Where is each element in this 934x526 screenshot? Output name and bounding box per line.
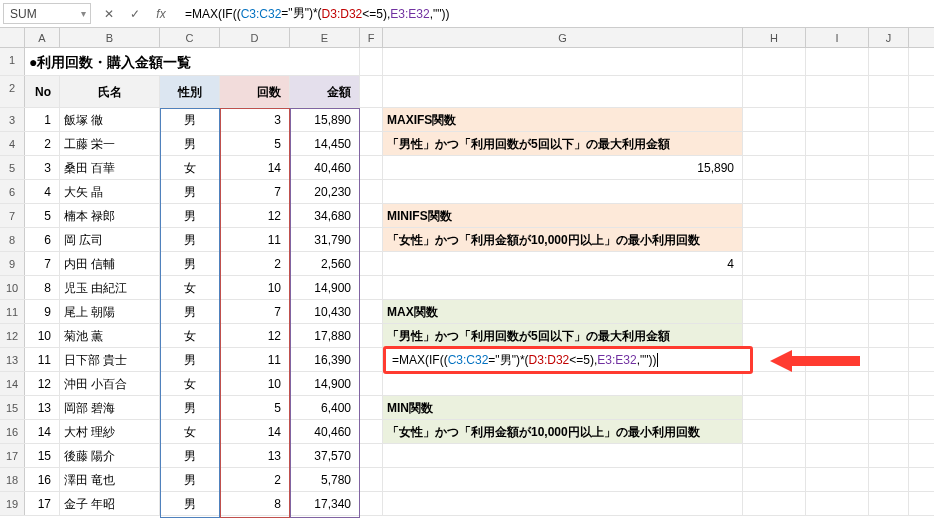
- cell[interactable]: [383, 76, 743, 107]
- cell[interactable]: 5: [25, 204, 60, 227]
- row-header[interactable]: 19: [0, 492, 25, 515]
- cell[interactable]: [383, 276, 743, 299]
- cell[interactable]: 岡 広司: [60, 228, 160, 251]
- cell[interactable]: [806, 492, 869, 515]
- cell[interactable]: [383, 468, 743, 491]
- cell[interactable]: [743, 492, 806, 515]
- cell[interactable]: [383, 444, 743, 467]
- cell[interactable]: [806, 180, 869, 203]
- cell-editor[interactable]: =MAX(IF((C3:C32="男")*(D3:D32<=5),E3:E32,…: [383, 346, 753, 374]
- name-box[interactable]: SUM ▾: [3, 3, 91, 24]
- cell[interactable]: MINIFS関数: [383, 204, 743, 227]
- cell[interactable]: 男: [160, 132, 220, 155]
- cell[interactable]: 女: [160, 324, 220, 347]
- cell[interactable]: 男: [160, 492, 220, 515]
- cell[interactable]: 工藤 栄一: [60, 132, 160, 155]
- cell[interactable]: [806, 108, 869, 131]
- cell[interactable]: 10: [220, 276, 290, 299]
- cell[interactable]: [869, 276, 909, 299]
- spreadsheet-grid[interactable]: A B C D E F G H I J 1●利用回数・購入金額一覧2No氏名性別…: [0, 28, 934, 526]
- cell[interactable]: 13: [220, 444, 290, 467]
- cell[interactable]: 13: [25, 396, 60, 419]
- cell[interactable]: [360, 348, 383, 371]
- cell[interactable]: 氏名: [60, 76, 160, 107]
- cell[interactable]: [743, 108, 806, 131]
- cell[interactable]: [869, 180, 909, 203]
- cell[interactable]: [806, 396, 869, 419]
- cell[interactable]: 大村 理紗: [60, 420, 160, 443]
- cell[interactable]: 男: [160, 228, 220, 251]
- cell[interactable]: [743, 180, 806, 203]
- cell[interactable]: [360, 132, 383, 155]
- cell[interactable]: [743, 48, 806, 75]
- cell[interactable]: 飯塚 徹: [60, 108, 160, 131]
- cell[interactable]: 男: [160, 396, 220, 419]
- cell[interactable]: 15: [25, 444, 60, 467]
- row-header[interactable]: 3: [0, 108, 25, 131]
- cell[interactable]: [806, 48, 869, 75]
- cell[interactable]: [360, 300, 383, 323]
- col-header[interactable]: C: [160, 28, 220, 47]
- cell[interactable]: [806, 156, 869, 179]
- cell[interactable]: [360, 420, 383, 443]
- cell[interactable]: [360, 444, 383, 467]
- cell[interactable]: [806, 372, 869, 395]
- cell[interactable]: 大矢 晶: [60, 180, 160, 203]
- cell[interactable]: 15,890: [383, 156, 743, 179]
- cell[interactable]: 7: [25, 252, 60, 275]
- row-header[interactable]: 5: [0, 156, 25, 179]
- cell[interactable]: 回数: [220, 76, 290, 107]
- cell[interactable]: [360, 76, 383, 107]
- col-header[interactable]: I: [806, 28, 869, 47]
- cell[interactable]: 14: [25, 420, 60, 443]
- cell[interactable]: [743, 132, 806, 155]
- cell[interactable]: 男: [160, 204, 220, 227]
- cell[interactable]: 女: [160, 372, 220, 395]
- cell[interactable]: [360, 156, 383, 179]
- cell[interactable]: ●利用回数・購入金額一覧: [25, 48, 360, 75]
- cell[interactable]: MAX関数: [383, 300, 743, 323]
- cell[interactable]: 17,340: [290, 492, 360, 515]
- col-header[interactable]: J: [869, 28, 909, 47]
- cell[interactable]: 内田 信輔: [60, 252, 160, 275]
- cell[interactable]: [869, 420, 909, 443]
- cell[interactable]: [360, 468, 383, 491]
- cell[interactable]: [869, 300, 909, 323]
- row-header[interactable]: 9: [0, 252, 25, 275]
- cell[interactable]: 4: [25, 180, 60, 203]
- cell[interactable]: 34,680: [290, 204, 360, 227]
- cell[interactable]: [806, 468, 869, 491]
- cell[interactable]: 14: [220, 156, 290, 179]
- cell[interactable]: 金子 年昭: [60, 492, 160, 515]
- cell[interactable]: 16: [25, 468, 60, 491]
- cell[interactable]: [743, 252, 806, 275]
- cell[interactable]: [869, 396, 909, 419]
- row-header[interactable]: 13: [0, 348, 25, 371]
- cell[interactable]: 16,390: [290, 348, 360, 371]
- cell[interactable]: 金額: [290, 76, 360, 107]
- cell[interactable]: 17: [25, 492, 60, 515]
- cell[interactable]: 15,890: [290, 108, 360, 131]
- cell[interactable]: 3: [25, 156, 60, 179]
- chevron-down-icon[interactable]: ▾: [81, 8, 86, 19]
- cell[interactable]: 4: [383, 252, 743, 275]
- row-header[interactable]: 10: [0, 276, 25, 299]
- cell[interactable]: 5: [220, 132, 290, 155]
- cell[interactable]: [869, 468, 909, 491]
- cell[interactable]: 2,560: [290, 252, 360, 275]
- cell[interactable]: [869, 348, 909, 371]
- cell[interactable]: 5,780: [290, 468, 360, 491]
- cell[interactable]: [743, 76, 806, 107]
- row-header[interactable]: 4: [0, 132, 25, 155]
- cell[interactable]: 男: [160, 108, 220, 131]
- cell[interactable]: 20,230: [290, 180, 360, 203]
- enter-icon[interactable]: ✓: [127, 6, 143, 22]
- col-header[interactable]: A: [25, 28, 60, 47]
- cell[interactable]: [806, 228, 869, 251]
- cell[interactable]: 男: [160, 180, 220, 203]
- cell[interactable]: 1: [25, 108, 60, 131]
- cell[interactable]: 性別: [160, 76, 220, 107]
- cell[interactable]: [869, 132, 909, 155]
- row-header[interactable]: 1: [0, 48, 25, 75]
- cell[interactable]: MAXIFS関数: [383, 108, 743, 131]
